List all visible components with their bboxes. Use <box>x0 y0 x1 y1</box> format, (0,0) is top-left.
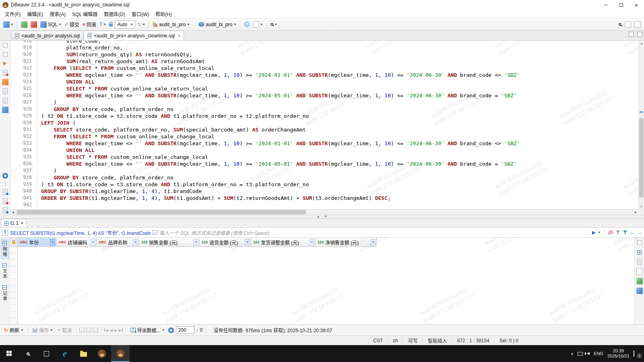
row-header[interactable] <box>10 260 18 266</box>
column-header[interactable]: 123净销售金额 (元) <box>316 238 377 247</box>
code-line[interactable]: 924 UNION ALL <box>10 78 638 85</box>
menu-item[interactable]: 搜索(A) <box>46 10 69 18</box>
code-line[interactable]: 928 GROUP BY store_code, platform_order_… <box>10 106 638 113</box>
last-row-button[interactable]: ▶ <box>119 328 123 332</box>
duplicate-row-icon[interactable] <box>86 328 91 332</box>
rollback-button[interactable]: × 回滚 <box>81 20 97 29</box>
auto-refresh-button[interactable]: ↻ <box>136 21 146 28</box>
maximize-results-button[interactable] <box>636 239 643 246</box>
menu-item[interactable]: 帮助(H) <box>152 10 175 18</box>
next-row-button[interactable]: ▶ <box>114 328 117 332</box>
editor-tab-analysis[interactable]: <audit_bi_pro> analysis.sql <box>11 31 83 40</box>
tab-close-icon[interactable]: × <box>178 33 180 39</box>
add-row-icon[interactable] <box>79 328 85 332</box>
row-header[interactable] <box>10 279 18 286</box>
menu-item[interactable]: 数据库(D) <box>101 10 128 18</box>
code-line[interactable]: 925 SELECT * FROM custom_online_sale_ret… <box>10 85 638 92</box>
remove-filter-icon[interactable] <box>615 230 620 235</box>
row-header[interactable] <box>10 292 18 298</box>
filter-history-caret-icon[interactable] <box>598 232 601 233</box>
collapse-down-icon[interactable]: ▼ <box>324 215 327 218</box>
action-center-button[interactable]: 1 <box>634 351 640 356</box>
volume-icon[interactable] <box>587 352 590 355</box>
code-line[interactable]: 923 WHERE mgclear_time <> '' AND SUBSTR(… <box>10 72 638 78</box>
code-line[interactable]: 921 SUM(real_return_goods_amt) AS return… <box>10 58 638 65</box>
transaction-log-button[interactable]: T <box>98 21 107 28</box>
maximize-pane-icon[interactable] <box>637 32 642 37</box>
prev-row-button[interactable]: ◀ <box>110 328 113 332</box>
dbeaver-taskbar-button[interactable] <box>93 345 111 362</box>
row-header[interactable] <box>10 253 18 260</box>
readonly-toggle[interactable] <box>108 21 114 27</box>
column-menu-icon[interactable] <box>90 239 95 246</box>
save-button[interactable]: 保存 <box>31 326 54 334</box>
clear-filter-icon[interactable] <box>608 230 613 235</box>
code-line[interactable]: 935 SELECT * FROM custom_online_sale_cha… <box>10 154 638 160</box>
menu-item[interactable]: SQL 编辑器 <box>69 10 101 18</box>
code-line[interactable]: 927 ) <box>10 99 638 106</box>
export-data-button[interactable]: 导出数据... <box>129 326 166 334</box>
scroll-up-icon[interactable]: ▲ <box>639 41 644 46</box>
task-view-button[interactable] <box>37 345 56 362</box>
quick-search-button[interactable] <box>617 22 623 27</box>
results-view-tab[interactable]: 记录 <box>1 283 9 303</box>
taskbar-clock[interactable]: 20:39 2025/10/21 <box>607 348 630 359</box>
start-button[interactable] <box>0 345 19 362</box>
execute-sql-button[interactable] <box>2 60 8 67</box>
filter-expression[interactable]: SELECT SUBSTR(t1.mgclearTime, 1, 4) AS "… <box>10 229 151 236</box>
internet-explorer-button[interactable]: e <box>56 345 74 362</box>
scroll-right-icon[interactable]: ▶ <box>633 210 638 215</box>
row-header[interactable] <box>10 286 18 292</box>
menu-item[interactable]: 编辑(E) <box>24 10 46 18</box>
column-header[interactable]: ABC品牌名称 <box>97 238 139 247</box>
code-line[interactable]: 922 FROM (SELECT * FROM custom_online_sa… <box>10 65 638 72</box>
cancel-button[interactable]: × 取消 <box>56 326 73 334</box>
row-header[interactable] <box>10 247 18 253</box>
execute-script-button[interactable] <box>2 70 8 76</box>
apply-filter-play-icon[interactable]: ▶ <box>592 230 596 235</box>
history-forward-icon[interactable]: → <box>637 230 642 235</box>
first-row-button[interactable]: ◀ <box>104 328 108 332</box>
code-line[interactable]: 939) t3 ON t1.store_code = t3.store_code… <box>10 181 638 188</box>
panel-grid-button[interactable] <box>636 249 643 255</box>
sql-editor[interactable]: 918 store_code,919 platform_order_no,920… <box>10 41 644 215</box>
close-button[interactable]: × <box>629 0 644 10</box>
network-profile-button[interactable] <box>243 21 251 28</box>
code-line[interactable]: 932 FROM (SELECT * FROM custom_online_sa… <box>10 133 638 140</box>
code-line[interactable]: 938 GROUP BY store_code, platform_order_… <box>10 174 638 181</box>
row-header[interactable] <box>10 318 18 324</box>
file-explorer-button[interactable] <box>74 345 93 362</box>
scroll-left-icon[interactable]: ◀ <box>10 210 16 215</box>
code-line[interactable]: 937 ) <box>10 167 638 174</box>
grid-settings-button[interactable] <box>168 327 174 333</box>
code-line[interactable]: 929) t2 ON t1.store_code = t2.store_code… <box>10 113 638 119</box>
expand-filter-icon[interactable] <box>153 230 157 235</box>
code-line[interactable]: 920 SUM(return_goods_qty) AS returnGoods… <box>10 51 638 58</box>
code-line[interactable]: 919 platform_order_no, <box>10 44 638 51</box>
editor-results-splitter[interactable]: ▲ ▼ <box>0 215 644 219</box>
menu-item[interactable]: 文件(F) <box>2 10 24 18</box>
horizontal-scrollbar[interactable]: ◀ ▶ <box>10 209 638 215</box>
fetch-size-input[interactable] <box>176 326 194 334</box>
save-filter-icon[interactable] <box>623 230 627 235</box>
code-line[interactable]: 941ORDER BY SUBSTR(t1.mgclearTime, 1, 4)… <box>10 195 638 202</box>
results-view-tab[interactable]: 文本 <box>1 261 9 281</box>
search-menu-button[interactable] <box>269 22 278 27</box>
row-header[interactable] <box>10 273 18 279</box>
validate-button[interactable] <box>2 198 8 204</box>
column-menu-icon[interactable] <box>193 239 198 246</box>
save-file-button[interactable] <box>2 189 8 195</box>
assist-button[interactable] <box>2 97 8 104</box>
column-header[interactable]: ABC年份 <box>18 238 56 247</box>
vertical-scroll-thumb[interactable] <box>639 118 644 197</box>
delete-row-icon[interactable] <box>93 328 98 332</box>
explain-plan-button[interactable] <box>2 79 8 85</box>
code-line[interactable]: 926 WHERE mgclear_time <> '' AND SUBSTR(… <box>10 92 638 99</box>
schema-combobox[interactable]: audit_bi_pro <box>197 21 242 28</box>
sql-editor-menu-button[interactable]: SQL <box>39 21 62 29</box>
results-view-tab[interactable]: 网格 <box>1 239 9 259</box>
dbeaver-taskbar-button-active[interactable] <box>111 345 130 362</box>
tab-close-icon[interactable]: × <box>21 220 23 226</box>
collapse-up-icon[interactable]: ▲ <box>317 215 320 218</box>
panel-meta-button[interactable] <box>636 278 643 284</box>
